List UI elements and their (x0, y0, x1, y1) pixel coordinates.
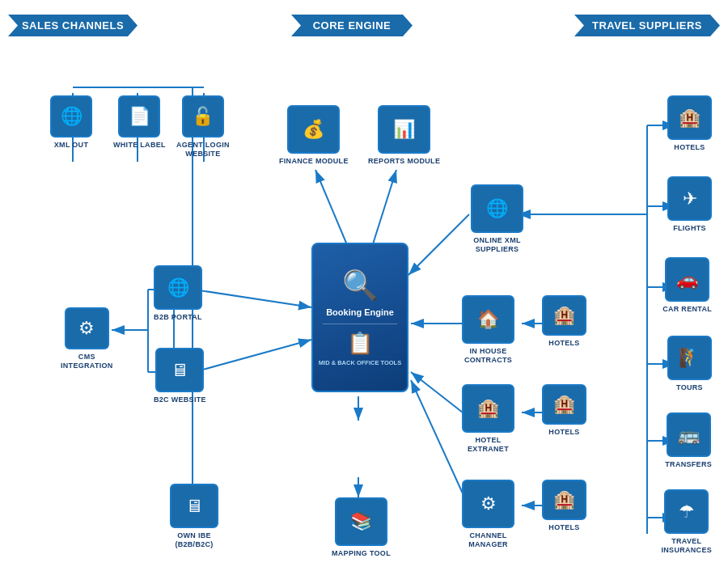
xml-out-label: XML OUT (54, 141, 88, 150)
supplier-insurance-box[interactable]: ☂ TRAVELINSURANCES (661, 489, 712, 555)
b2b-portal-label: B2B PORTAL (154, 313, 202, 322)
hotels-1-box[interactable]: 🏨 HOTELS (542, 295, 586, 348)
b2c-website-icon: 🖥 (171, 362, 188, 379)
hotels-3-box[interactable]: 🏨 HOTELS (542, 480, 586, 532)
b2c-website-label: B2C WEBSITE (154, 396, 206, 404)
banner-sales-channels: SALES CHANNELS (8, 15, 138, 36)
supplier-flights-icon: ✈ (683, 190, 697, 208)
supplier-car-label: CAR RENTAL (662, 305, 712, 314)
own-ibe-label: OWN IBE(B2B/B2C) (175, 531, 213, 549)
supplier-hotels-icon: 🏨 (679, 109, 700, 127)
diagram-container: SALES CHANNELS CORE ENGINE TRAVEL SUPPLI… (0, 0, 728, 588)
svg-line-19 (411, 380, 463, 493)
mapping-icon: 📚 (350, 513, 372, 531)
svg-line-5 (408, 214, 469, 275)
hotel-extranet-box[interactable]: 🏨 HOTELEXTRANET (462, 384, 514, 454)
in-house-box[interactable]: 🏠 IN HOUSECONTRACTS (462, 295, 514, 365)
supplier-tours-icon: 🧗 (679, 349, 700, 367)
supplier-insurance-icon: ☂ (679, 503, 695, 521)
hotels-1-icon: 🏨 (553, 307, 575, 324)
b2c-website-box[interactable]: 🖥 B2C WEBSITE (154, 348, 206, 404)
svg-line-33 (194, 340, 311, 372)
booking-engine-icon: 🔍 (342, 269, 379, 302)
supplier-car-rental-box[interactable]: 🚗 CAR RENTAL (662, 257, 712, 314)
supplier-flights-box[interactable]: ✈ FLIGHTS (667, 176, 712, 233)
supplier-hotels-label: HOTELS (674, 143, 705, 152)
white-label-icon: 📄 (129, 108, 150, 125)
hotels-1-label: HOTELS (548, 339, 579, 348)
channel-mgr-label: CHANNELMANAGER (468, 531, 508, 549)
banner-core-engine: CORE ENGINE (291, 15, 413, 36)
svg-line-3 (315, 170, 348, 247)
xml-out-icon: 🌐 (61, 108, 83, 125)
white-label-label: WHITE LABEL (113, 141, 166, 150)
mid-office-label: MID & BACK OFFICE TOOLS (319, 359, 401, 366)
finance-label: FINANCE MODULE (279, 157, 349, 166)
hotels-3-icon: 🏨 (553, 491, 575, 509)
hotel-extranet-icon: 🏨 (477, 400, 499, 417)
hotels-2-box[interactable]: 🏨 HOTELS (542, 384, 586, 437)
xml-out-box[interactable]: 🌐 XML OUT (50, 95, 92, 150)
online-xml-label: ONLINE XMLSUPPLIERS (473, 236, 521, 254)
finance-icon: 💰 (303, 121, 324, 138)
hotels-3-label: HOTELS (548, 523, 579, 532)
hotels-2-icon: 🏨 (553, 396, 575, 413)
reports-module-box[interactable]: 📊 REPORTS MODULE (368, 105, 440, 166)
agent-login-box[interactable]: 🔓 AGENT LOGINWEBSITE (176, 95, 230, 159)
b2b-portal-icon: 🌐 (167, 279, 189, 297)
mid-office-icon: 📋 (347, 331, 373, 356)
reports-label: REPORTS MODULE (368, 157, 440, 166)
agent-login-label: AGENT LOGINWEBSITE (176, 141, 230, 159)
hotels-2-label: HOTELS (548, 428, 579, 437)
agent-login-icon: 🔓 (192, 108, 214, 125)
banner-travel-suppliers: TRAVEL SUPPLIERS (574, 15, 720, 36)
cms-icon: ⚙ (78, 319, 95, 337)
supplier-transfers-box[interactable]: 🚌 TRANSFERS (665, 412, 712, 469)
supplier-hotels-box[interactable]: 🏨 HOTELS (667, 95, 712, 152)
own-ibe-icon: 🖥 (185, 497, 203, 515)
supplier-tours-label: TOURS (676, 383, 703, 392)
supplier-tours-box[interactable]: 🧗 TOURS (667, 336, 712, 392)
in-house-icon: 🏠 (477, 311, 499, 328)
cms-integration-box[interactable]: ⚙ CMSINTEGRATION (61, 307, 113, 370)
supplier-insurance-label: TRAVELINSURANCES (661, 537, 712, 555)
b2b-portal-box[interactable]: 🌐 B2B PORTAL (154, 265, 202, 322)
supplier-flights-label: FLIGHTS (673, 224, 706, 233)
svg-line-32 (194, 290, 311, 307)
finance-module-box[interactable]: 💰 FINANCE MODULE (279, 105, 349, 166)
mapping-label: MAPPING TOOL (332, 549, 391, 558)
hotel-extranet-label: HOTELEXTRANET (468, 436, 509, 454)
cms-label: CMSINTEGRATION (61, 353, 113, 370)
reports-icon: 📊 (393, 121, 415, 138)
supplier-transfers-label: TRANSFERS (665, 460, 712, 469)
svg-line-17 (411, 372, 463, 412)
own-ibe-box[interactable]: 🖥 OWN IBE(B2B/B2C) (170, 484, 218, 549)
booking-engine-label: Booking Engine (326, 307, 394, 317)
svg-line-4 (372, 170, 396, 247)
mapping-tool-box[interactable]: 📚 MAPPING TOOL (332, 497, 391, 558)
in-house-label: IN HOUSECONTRACTS (464, 347, 512, 365)
supplier-car-icon: 🚗 (676, 271, 698, 289)
online-xml-box[interactable]: 🌐 ONLINE XMLSUPPLIERS (471, 184, 523, 254)
channel-mgr-icon: ⚙ (480, 495, 497, 513)
online-xml-icon: 🌐 (486, 200, 508, 218)
supplier-transfers-icon: 🚌 (678, 426, 700, 444)
channel-manager-box[interactable]: ⚙ CHANNELMANAGER (462, 480, 514, 549)
booking-engine-box[interactable]: 🔍 Booking Engine 📋 MID & BACK OFFICE TOO… (311, 243, 408, 392)
white-label-box[interactable]: 📄 WHITE LABEL (113, 95, 166, 150)
